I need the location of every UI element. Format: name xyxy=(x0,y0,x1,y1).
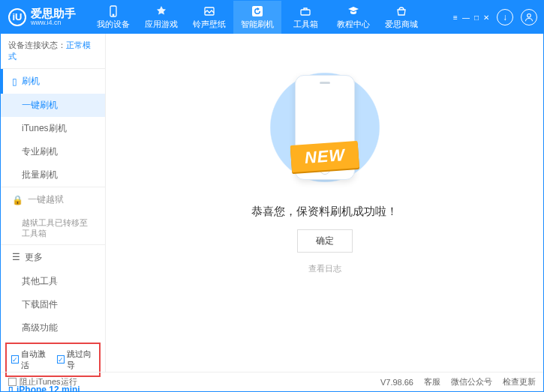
toolbox-icon xyxy=(299,5,311,17)
check-update-link[interactable]: 检查更新 xyxy=(503,376,536,388)
success-message: 恭喜您，保资料刷机成功啦！ xyxy=(251,205,398,219)
section-header-jailbreak[interactable]: 🔒 一键越狱 xyxy=(1,187,105,212)
nav-ringtones[interactable]: 铃声壁纸 xyxy=(185,1,233,34)
section-title: 更多 xyxy=(25,251,43,264)
sidebar-item-oneclick-flash[interactable]: 一键刷机 xyxy=(1,94,105,117)
check-icon: ✓ xyxy=(57,355,65,364)
sidebar: 设备连接状态：正常模式 ▯ 刷机 一键刷机 iTunes刷机 专业刷机 批量刷机… xyxy=(1,34,106,372)
apps-icon xyxy=(155,5,167,17)
nav-store[interactable]: 爱思商城 xyxy=(377,1,425,34)
graduation-icon xyxy=(347,5,359,17)
svg-point-1 xyxy=(113,14,114,16)
user-icon xyxy=(524,13,533,22)
nav-label: 智能刷机 xyxy=(241,19,274,30)
wallpaper-icon xyxy=(203,5,215,17)
customer-service-link[interactable]: 客服 xyxy=(424,376,440,388)
close-icon[interactable]: ✕ xyxy=(483,13,489,22)
download-button[interactable]: ↓ xyxy=(497,9,513,25)
nav-tutorials[interactable]: 教程中心 xyxy=(329,1,377,34)
app-url: www.i4.cn xyxy=(31,19,76,27)
statusbar: 阻止iTunes运行 V7.98.66 客服 微信公众号 检查更新 xyxy=(1,372,543,391)
main-nav: 我的设备 应用游戏 铃声壁纸 智能刷机 工具箱 教程中心 xyxy=(89,1,453,34)
connection-status: 设备连接状态：正常模式 xyxy=(1,34,105,68)
store-icon xyxy=(395,5,407,17)
sidebar-item-pro-flash[interactable]: 专业刷机 xyxy=(1,140,105,163)
nav-smart-flash[interactable]: 智能刷机 xyxy=(233,1,281,34)
nav-label: 工具箱 xyxy=(293,19,318,30)
sidebar-item-other-tools[interactable]: 其他工具 xyxy=(1,270,105,293)
section-title: 一键越狱 xyxy=(28,193,64,206)
maximize-icon[interactable]: □ xyxy=(474,13,479,22)
sidebar-item-download-firmware[interactable]: 下载固件 xyxy=(1,293,105,316)
app-title: 爱思助手 xyxy=(31,7,76,20)
body: 设备连接状态：正常模式 ▯ 刷机 一键刷机 iTunes刷机 专业刷机 批量刷机… xyxy=(1,34,543,372)
version-label: V7.98.66 xyxy=(380,378,413,387)
list-icon: ☰ xyxy=(12,252,20,262)
titlebar-controls: ≡ — □ ✕ ↓ xyxy=(453,9,537,25)
section-title: 刷机 xyxy=(22,75,40,88)
titlebar: iU 爱思助手 www.i4.cn 我的设备 应用游戏 铃声壁纸 智能刷机 xyxy=(1,1,543,34)
section-flash: ▯ 刷机 一键刷机 iTunes刷机 专业刷机 批量刷机 xyxy=(1,68,105,187)
checkbox-label: 阻止iTunes运行 xyxy=(20,376,77,388)
svg-point-5 xyxy=(527,14,531,18)
checkbox-label: 自动激活 xyxy=(21,349,50,371)
menu-icon[interactable]: ≡ xyxy=(453,13,458,22)
lock-icon: 🔒 xyxy=(12,195,23,205)
sidebar-item-itunes-flash[interactable]: iTunes刷机 xyxy=(1,117,105,140)
checkbox-icon xyxy=(8,378,17,386)
status-label: 设备连接状态： xyxy=(8,40,66,49)
checkbox-label: 跳过向导 xyxy=(67,349,95,371)
account-button[interactable] xyxy=(521,9,537,25)
phone-icon xyxy=(107,5,119,17)
nav-label: 我的设备 xyxy=(97,19,130,30)
jailbreak-note: 越狱工具已转移至 工具箱 xyxy=(1,212,105,244)
checkbox-block-itunes[interactable]: 阻止iTunes运行 xyxy=(8,376,77,388)
nav-apps-games[interactable]: 应用游戏 xyxy=(137,1,185,34)
svg-rect-4 xyxy=(301,10,310,15)
refresh-icon xyxy=(251,5,263,17)
success-illustration: NEW xyxy=(250,64,400,191)
app-logo: iU 爱思助手 www.i4.cn xyxy=(8,7,76,27)
nav-label: 爱思商城 xyxy=(385,19,418,30)
new-ribbon: NEW xyxy=(290,141,359,172)
app-window: iU 爱思助手 www.i4.cn 我的设备 应用游戏 铃声壁纸 智能刷机 xyxy=(0,0,544,392)
section-more: ☰ 更多 其他工具 下载固件 高级功能 xyxy=(1,244,105,340)
nav-label: 教程中心 xyxy=(337,19,370,30)
section-header-flash[interactable]: ▯ 刷机 xyxy=(1,69,105,94)
phone-icon: ▯ xyxy=(12,76,17,87)
section-jailbreak: 🔒 一键越狱 越狱工具已转移至 工具箱 xyxy=(1,187,105,244)
checkbox-auto-activate[interactable]: ✓ 自动激活 xyxy=(11,349,50,371)
logo-icon: iU xyxy=(8,8,26,26)
section-header-more[interactable]: ☰ 更多 xyxy=(1,245,105,270)
sidebar-item-advanced[interactable]: 高级功能 xyxy=(1,316,105,340)
nav-toolbox[interactable]: 工具箱 xyxy=(281,1,329,34)
checkbox-skip-guide[interactable]: ✓ 跳过向导 xyxy=(57,349,95,371)
main-content: NEW 恭喜您，保资料刷机成功啦！ 确定 查看日志 xyxy=(106,34,543,372)
nav-my-device[interactable]: 我的设备 xyxy=(89,1,137,34)
nav-label: 应用游戏 xyxy=(145,19,178,30)
check-icon: ✓ xyxy=(11,355,19,364)
nav-label: 铃声壁纸 xyxy=(193,19,226,30)
view-log-link[interactable]: 查看日志 xyxy=(308,263,341,274)
minimize-icon[interactable]: — xyxy=(462,13,470,22)
ok-button[interactable]: 确定 xyxy=(297,229,353,253)
wechat-link[interactable]: 微信公众号 xyxy=(451,376,492,388)
sidebar-item-batch-flash[interactable]: 批量刷机 xyxy=(1,163,105,187)
